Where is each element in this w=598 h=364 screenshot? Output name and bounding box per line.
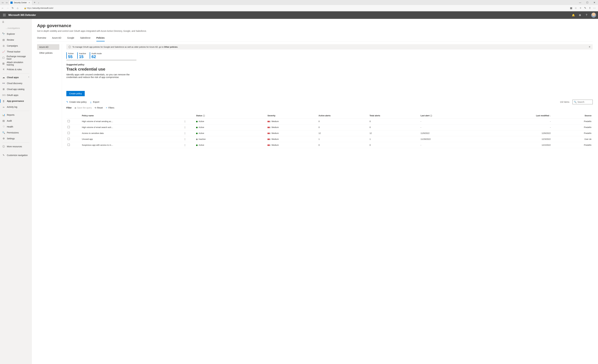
window-minimize[interactable]: —: [576, 0, 584, 5]
window-tab-icon-2[interactable]: ▭: [5, 1, 8, 4]
row-menu-icon[interactable]: ⋮: [184, 126, 186, 128]
nav-threat-tracker[interactable]: 📈Threat tracker: [0, 49, 32, 55]
nav-reports[interactable]: 📊Reports: [0, 112, 32, 118]
attack-sim-icon: ▥: [2, 62, 5, 65]
col-status[interactable]: Statusi: [195, 113, 266, 118]
nav-permissions[interactable]: 🔍Permissions: [0, 130, 32, 136]
user-avatar[interactable]: [591, 13, 596, 17]
nav-audit[interactable]: ▤Audit: [0, 118, 32, 124]
download-icon: ⭳: [90, 101, 92, 103]
info-icon[interactable]: i: [203, 115, 205, 117]
notifications-icon[interactable]: 🔔: [572, 13, 575, 17]
nav-app-governance[interactable]: ▯App governance: [0, 98, 32, 104]
col-last-alert[interactable]: Last alerti: [419, 113, 481, 118]
share-icon[interactable]: ⇪: [588, 6, 591, 10]
tab-policies[interactable]: Policies: [96, 35, 105, 41]
nav-cloud-discovery[interactable]: 👓Cloud discovery: [0, 80, 32, 86]
review-icon: ▤: [2, 38, 5, 41]
subtab-azure-ad[interactable]: Azure AD: [37, 44, 59, 50]
nav-collapse-button[interactable]: ☰: [0, 19, 32, 25]
cell-total-alerts: 0: [368, 124, 419, 130]
row-menu-icon[interactable]: ⋮: [184, 120, 186, 123]
window-close[interactable]: ✕: [591, 0, 598, 5]
nav-campaigns[interactable]: ◎Campaigns: [0, 43, 32, 49]
nav-review[interactable]: ▤Review: [0, 37, 32, 43]
row-menu-icon[interactable]: ⋮: [184, 132, 186, 134]
info-icon[interactable]: i: [430, 115, 432, 117]
banner-close-icon[interactable]: ✕: [589, 46, 590, 48]
window-tab-icon[interactable]: ▭: [1, 1, 4, 4]
nav-health[interactable]: ♡Health: [0, 124, 32, 130]
svg-rect-6: [3, 16, 4, 16]
export-link[interactable]: ⭳Export: [90, 101, 99, 103]
table-row[interactable]: Access to sensitive data⋮ActiveMedium121…: [66, 130, 593, 136]
info-icon: i: [68, 46, 71, 48]
col-policy-name[interactable]: Policy name: [81, 113, 183, 118]
browser-tab[interactable]: Security Center ×: [9, 0, 32, 5]
row-checkbox[interactable]: [67, 126, 70, 128]
col-severity[interactable]: Severity: [266, 113, 317, 118]
table-row[interactable]: High volume of email search acti…⋮Active…: [66, 124, 593, 130]
discovery-icon: 👓: [2, 82, 5, 85]
table-row[interactable]: High volume of email sending ac…⋮ActiveM…: [66, 118, 593, 124]
tab-close-icon[interactable]: ×: [28, 1, 31, 4]
cell-active-alerts: 1: [317, 136, 368, 142]
help-icon[interactable]: ?: [585, 13, 588, 17]
nav-customize[interactable]: ✎Customize navigation: [0, 152, 32, 158]
row-menu-icon[interactable]: ⋮: [184, 138, 186, 140]
table-row[interactable]: Unused app⋮InactiveMedium1111/28/202212/…: [66, 136, 593, 142]
reading-view-icon[interactable]: ▦: [569, 6, 573, 10]
nav-activity-log[interactable]: ∞Activity log: [0, 104, 32, 110]
nav-refresh-icon[interactable]: ↻: [11, 6, 14, 10]
nav-cloud-catalog[interactable]: ⊞Cloud app catalog: [0, 86, 32, 92]
nav-oauth-apps[interactable]: ୦୦OAuth apps: [0, 92, 32, 98]
filters-button[interactable]: ⫧Filters: [106, 107, 114, 109]
nav-exchange-trace[interactable]: ▢Exchange message trace: [0, 55, 32, 61]
search-input[interactable]: [577, 101, 591, 103]
menu-icon[interactable]: ⋯: [593, 6, 596, 10]
cell-last-modified: -: [481, 118, 552, 124]
nav-back-icon[interactable]: ←: [1, 6, 4, 10]
tab-overflow-icon[interactable]: ⌄: [37, 1, 40, 4]
nav-explorer[interactable]: 🔭Explorer: [0, 31, 32, 37]
tab-overview[interactable]: Overview: [37, 35, 46, 41]
policies-table: Policy name Statusi Severity Active aler…: [66, 113, 593, 148]
new-tab-button[interactable]: +: [32, 1, 37, 4]
subtab-other-policies[interactable]: Other policies: [37, 50, 59, 56]
tab-azure-ad[interactable]: Azure AD: [52, 35, 61, 41]
stat-inactive[interactable]: Inactive 15: [77, 52, 86, 59]
stat-active[interactable]: Active 55: [66, 52, 74, 59]
app-launcher-icon[interactable]: [2, 13, 7, 17]
tab-google[interactable]: Google: [67, 35, 74, 41]
row-menu-icon[interactable]: ⋮: [184, 144, 186, 146]
col-total-alerts[interactable]: Total alerts: [368, 113, 419, 118]
nav-home-icon[interactable]: ⌂: [16, 6, 19, 10]
filter-label: Filter: [66, 107, 72, 109]
stat-audit[interactable]: Audit mode 62: [90, 52, 102, 59]
nav-cloud-apps-group[interactable]: ☁Cloud apps⌃: [0, 74, 32, 80]
window-maximize[interactable]: ☐: [584, 0, 591, 5]
nav-more-resources[interactable]: ⓘMore resources: [0, 144, 32, 149]
col-last-modified[interactable]: Last modified↓: [481, 113, 552, 118]
nav-settings[interactable]: ⚙Settings: [0, 136, 32, 141]
row-checkbox[interactable]: [67, 132, 70, 134]
nav-policies-rules[interactable]: ⚟Policies & rules: [0, 66, 32, 72]
row-checkbox[interactable]: [67, 138, 70, 140]
favorite-icon[interactable]: ☆: [574, 6, 577, 10]
collections-icon[interactable]: ✧: [579, 6, 582, 10]
search-box[interactable]: 🔍: [573, 100, 593, 104]
settings-gear-icon[interactable]: ⚙: [578, 13, 582, 17]
address-bar[interactable]: 🔒 https://security.microsoft.com/: [21, 6, 568, 10]
row-checkbox[interactable]: [67, 120, 70, 122]
row-checkbox[interactable]: [67, 144, 70, 146]
notes-icon[interactable]: ✎: [583, 6, 587, 10]
tab-salesforce[interactable]: Salesforce: [80, 35, 91, 41]
permissions-icon: 🔍: [2, 131, 5, 134]
create-policy-button[interactable]: Create policy: [66, 91, 85, 96]
table-row[interactable]: Suspicious app with access to m…⋮ActiveM…: [66, 142, 593, 148]
col-active-alerts[interactable]: Active alerts: [317, 113, 368, 118]
create-new-policy-link[interactable]: ✎Create new policy: [66, 100, 87, 103]
nav-attack-sim[interactable]: ▥Attack simulation training: [0, 61, 32, 66]
col-source[interactable]: Source: [552, 113, 593, 118]
reset-filter-button[interactable]: ⟲Reset: [94, 107, 103, 109]
